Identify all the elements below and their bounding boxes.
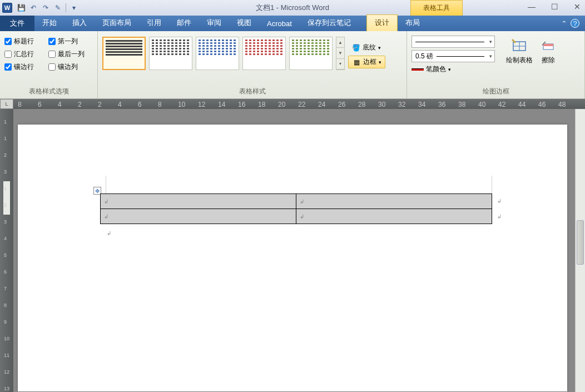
paragraph-mark-icon: ↲ bbox=[107, 230, 111, 236]
contextual-tab-label: 表格工具 bbox=[410, 0, 463, 16]
ruler-tick: 34 bbox=[418, 101, 425, 108]
ruler-tick: 22 bbox=[298, 101, 305, 108]
ruler-tick: 36 bbox=[438, 101, 445, 108]
scrollbar-thumb[interactable] bbox=[577, 220, 584, 265]
ruler-tick: 12 bbox=[4, 369, 9, 375]
ruler-tick: 8 bbox=[158, 101, 162, 108]
pen-color-button[interactable]: 笔颜色 ▾ bbox=[412, 64, 495, 74]
table-style-dash-1[interactable] bbox=[149, 37, 192, 70]
check-first-column[interactable]: 第一列 bbox=[48, 37, 93, 46]
ruler-tick: 30 bbox=[378, 101, 385, 108]
ruler-tick: 28 bbox=[358, 101, 365, 108]
tab-page-layout[interactable]: 页面布局 bbox=[95, 15, 139, 31]
tab-table-layout[interactable]: 布局 bbox=[398, 15, 428, 31]
tab-references[interactable]: 引用 bbox=[139, 15, 169, 31]
ruler-tick: 8 bbox=[18, 101, 22, 108]
chevron-down-icon: ▾ bbox=[448, 67, 451, 72]
help-icon[interactable]: ? bbox=[571, 19, 579, 28]
table-cell[interactable]: ↲ bbox=[296, 209, 492, 224]
brush-icon[interactable]: ✎ bbox=[53, 3, 62, 12]
ruler-tick: 4 bbox=[58, 101, 62, 108]
gallery-scroll-down-icon[interactable]: ▼ bbox=[336, 48, 344, 58]
ruler-tick: 4 bbox=[118, 101, 122, 108]
draw-table-button[interactable]: 绘制表格 bbox=[505, 36, 534, 66]
ruler-tick: 16 bbox=[238, 101, 245, 108]
quick-access-toolbar: 💾 ↶ ↷ ✎ ▾ bbox=[14, 3, 81, 12]
paint-bucket-icon: 🪣 bbox=[351, 43, 360, 52]
group-table-styles: ▲ ▼ ▾ 🪣 底纹 ▾ ▦ 边框 ▾ 表格样式 bbox=[98, 31, 407, 98]
tab-acrobat[interactable]: Acrobat bbox=[259, 17, 300, 31]
maximize-button[interactable]: ☐ bbox=[551, 2, 558, 11]
borders-grid-icon: ▦ bbox=[352, 58, 361, 67]
redo-icon[interactable]: ↷ bbox=[41, 3, 50, 12]
vertical-scrollbar[interactable] bbox=[575, 109, 585, 392]
line-weight-selector[interactable]: 0.5 磅 bbox=[412, 50, 495, 62]
vertical-ruler[interactable]: 112312345678910111213 bbox=[0, 109, 13, 392]
check-total-row[interactable]: 汇总行 bbox=[4, 49, 43, 59]
ruler-tick: 2 bbox=[4, 152, 7, 158]
table-style-plain-grid[interactable] bbox=[102, 37, 146, 70]
horizontal-ruler[interactable]: L 86422468101214161820222426283032343638… bbox=[0, 99, 585, 109]
ruler-tick: 26 bbox=[338, 101, 345, 108]
ruler-tick: 14 bbox=[218, 101, 225, 108]
tab-selector-icon[interactable]: L bbox=[0, 99, 13, 109]
shading-button[interactable]: 🪣 底纹 ▾ bbox=[348, 42, 385, 53]
ruler-tick: 10 bbox=[178, 101, 185, 108]
table-style-red[interactable] bbox=[242, 37, 286, 70]
ruler-tick: 46 bbox=[538, 101, 546, 108]
table-cell[interactable]: ↲ bbox=[101, 194, 296, 209]
close-button[interactable]: ✕ bbox=[574, 2, 581, 11]
ruler-tick: 32 bbox=[398, 101, 405, 108]
line-style-selector[interactable] bbox=[412, 36, 495, 48]
ruler-tick: 12 bbox=[198, 101, 205, 108]
minimize-button[interactable]: — bbox=[528, 2, 536, 11]
check-header-row[interactable]: 标题行 bbox=[4, 37, 43, 46]
ruler-tick: 13 bbox=[4, 386, 9, 391]
table-row: ↲↲ bbox=[101, 209, 492, 224]
gallery-expand-icon[interactable]: ▾ bbox=[336, 59, 344, 70]
ruler-tick: 38 bbox=[458, 101, 465, 108]
table-style-green[interactable] bbox=[289, 37, 333, 70]
ruler-tick: 44 bbox=[518, 101, 525, 108]
ribbon: 标题行 第一列 汇总行 最后一列 镶边行 镶边列 表格样式选项 ➤ bbox=[0, 31, 585, 99]
eraser-button[interactable]: 擦除 bbox=[538, 36, 558, 66]
tab-file[interactable]: 文件 bbox=[0, 16, 34, 31]
tab-mailings[interactable]: 邮件 bbox=[169, 15, 199, 31]
tab-home[interactable]: 开始 bbox=[34, 15, 65, 31]
ruler-tick: 6 bbox=[138, 101, 142, 108]
ruler-tick: 20 bbox=[278, 101, 285, 108]
chevron-down-icon: ▾ bbox=[379, 59, 381, 65]
table-cell[interactable]: ↲ bbox=[296, 194, 492, 209]
title-bar: W 💾 ↶ ↷ ✎ ▾ 文档1 - Microsoft Word 表格工具 — … bbox=[0, 0, 585, 16]
group-label-draw: 绘图边框 bbox=[412, 86, 580, 97]
document-area: 112312345678910111213 ✥ ↲↲ ↲↲ ↲ ↲ ↲ bbox=[0, 109, 585, 392]
document-page[interactable]: ✥ ↲↲ ↲↲ ↲ ↲ ↲ bbox=[18, 125, 567, 391]
ruler-tick: 1 bbox=[4, 136, 7, 141]
check-banded-columns[interactable]: 镶边列 bbox=[48, 62, 93, 72]
table-style-blue[interactable] bbox=[196, 37, 239, 70]
gallery-scroll-up-icon[interactable]: ▲ bbox=[336, 37, 344, 48]
tab-table-design[interactable]: 设计 bbox=[366, 14, 398, 31]
ruler-tick: 3 bbox=[4, 219, 7, 225]
row-end-mark-icon: ↲ bbox=[497, 198, 502, 204]
document-table[interactable]: ↲↲ ↲↲ bbox=[100, 193, 492, 224]
check-last-column[interactable]: 最后一列 bbox=[48, 49, 93, 59]
group-table-style-options: 标题行 第一列 汇总行 最后一列 镶边行 镶边列 表格样式选项 ➤ bbox=[0, 31, 98, 98]
check-banded-rows[interactable]: 镶边行 bbox=[4, 62, 43, 72]
ruler-tick: 10 bbox=[4, 336, 9, 341]
table-cell[interactable]: ↲ bbox=[101, 209, 296, 224]
save-icon[interactable]: 💾 bbox=[17, 3, 26, 12]
tab-review[interactable]: 审阅 bbox=[199, 15, 229, 31]
borders-button[interactable]: ▦ 边框 ▾ bbox=[348, 56, 385, 68]
minimize-ribbon-icon[interactable]: ⌃ bbox=[561, 19, 567, 28]
tab-view[interactable]: 视图 bbox=[229, 15, 259, 31]
undo-icon[interactable]: ↶ bbox=[29, 3, 38, 12]
group-label-styles: 表格样式 bbox=[102, 86, 402, 97]
svg-rect-4 bbox=[543, 44, 553, 46]
style-gallery-scroll: ▲ ▼ ▾ bbox=[336, 37, 345, 70]
tab-insert[interactable]: 插入 bbox=[65, 15, 95, 31]
ruler-tick: 18 bbox=[258, 101, 265, 108]
qat-customize-icon[interactable]: ▾ bbox=[70, 3, 78, 12]
tab-cloud-save[interactable]: 保存到云笔记 bbox=[300, 15, 359, 31]
ruler-tick: 48 bbox=[558, 101, 566, 108]
